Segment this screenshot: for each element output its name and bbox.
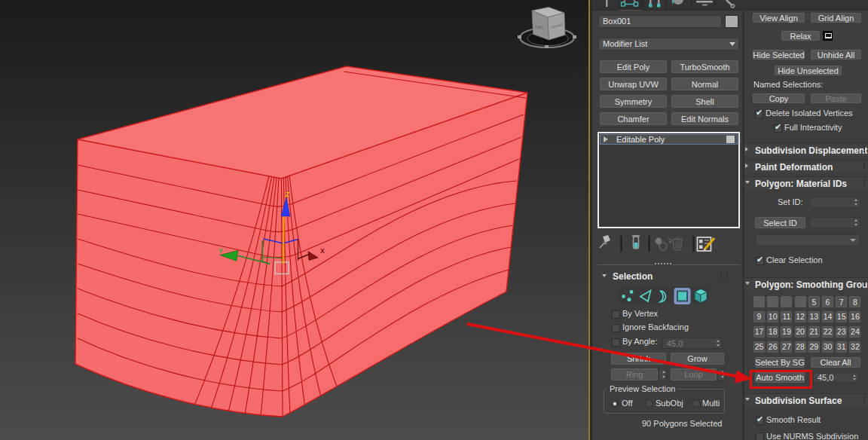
- svg-text:X: X: [320, 247, 325, 255]
- svg-text:Y: Y: [219, 247, 223, 255]
- svg-text:Z: Z: [286, 191, 289, 198]
